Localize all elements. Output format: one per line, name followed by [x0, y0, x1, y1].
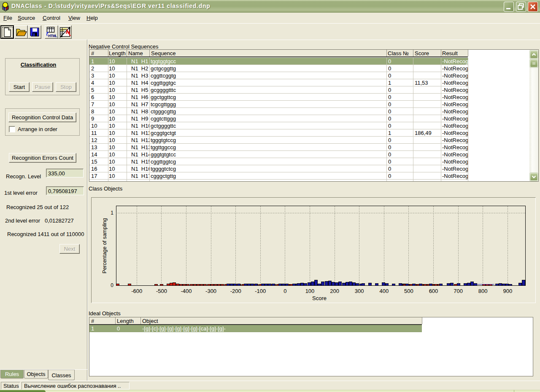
svg-text:200: 200 — [330, 288, 339, 294]
svg-text:Score: Score — [312, 295, 327, 301]
svg-text:-400: -400 — [181, 288, 192, 294]
svg-text:1: 1 — [111, 210, 113, 216]
svg-text:600: 600 — [429, 288, 438, 294]
svg-text:-500: -500 — [156, 288, 167, 294]
svg-text:Percentage of sampling: Percentage of sampling — [102, 218, 108, 273]
svg-text:800: 800 — [478, 288, 488, 294]
svg-text:400: 400 — [379, 288, 389, 294]
svg-text:0: 0 — [284, 288, 286, 294]
svg-text:-100: -100 — [255, 288, 266, 294]
svg-text:900: 900 — [503, 288, 512, 294]
svg-text:-600: -600 — [131, 288, 142, 294]
svg-text:0: 0 — [111, 282, 113, 288]
svg-text:-200: -200 — [230, 288, 241, 294]
svg-text:-300: -300 — [205, 288, 216, 294]
svg-text:700: 700 — [454, 288, 463, 294]
svg-text:100: 100 — [305, 288, 315, 294]
svg-text:HTML: HTML — [48, 34, 57, 38]
svg-text:500: 500 — [404, 288, 413, 294]
svg-text:300: 300 — [355, 288, 364, 294]
